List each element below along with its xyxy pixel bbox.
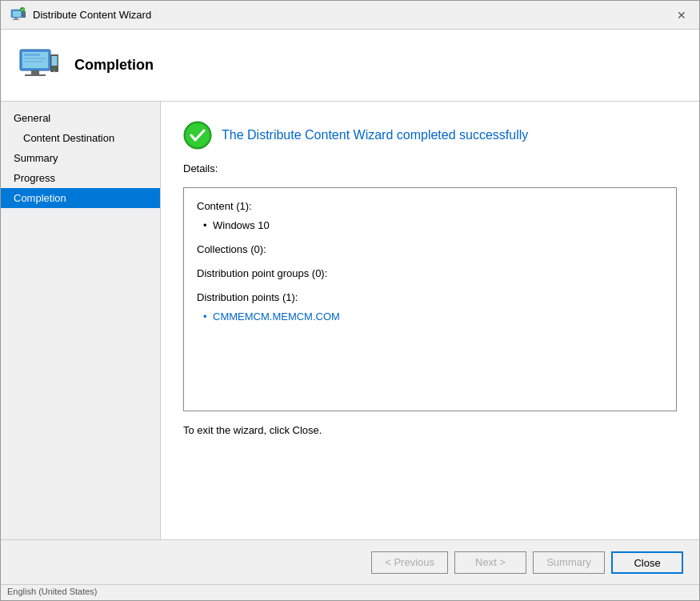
- header-title: Completion: [74, 57, 154, 74]
- sidebar-item-progress[interactable]: Progress: [1, 168, 160, 188]
- success-checkmark-icon: [183, 121, 212, 150]
- svg-rect-15: [25, 74, 46, 76]
- svg-rect-12: [24, 58, 46, 59]
- svg-point-21: [186, 123, 210, 147]
- content-item: Windows 10: [197, 217, 663, 234]
- sidebar: General Content Destination Summary Prog…: [1, 102, 161, 539]
- sidebar-item-summary[interactable]: Summary: [1, 148, 160, 168]
- details-box: Content (1): Windows 10 Collections (0):…: [183, 187, 677, 411]
- main-content: The Distribute Content Wizard completed …: [161, 102, 699, 539]
- header-section: Completion: [1, 30, 699, 102]
- svg-rect-3: [13, 19, 19, 20]
- exit-hint: To exit the wizard, click Close.: [183, 424, 677, 436]
- success-message: The Distribute Content Wizard completed …: [222, 128, 528, 142]
- svg-point-6: [23, 11, 24, 12]
- dialog: Distribute Content Wizard ✕ Completion G…: [0, 0, 700, 601]
- status-text: English (United States): [7, 587, 98, 596]
- wizard-icon: [10, 7, 26, 23]
- collections-section-title: Collections (0):: [197, 241, 663, 258]
- content-section-title: Content (1):: [197, 198, 663, 215]
- svg-point-8: [20, 7, 25, 12]
- previous-button[interactable]: < Previous: [371, 551, 448, 574]
- sidebar-item-content-destination[interactable]: Content Destination: [1, 128, 160, 148]
- distribution-points-section-title: Distribution points (1):: [197, 289, 663, 307]
- dialog-title: Distribute Content Wizard: [33, 9, 151, 21]
- summary-button[interactable]: Summary: [533, 551, 605, 574]
- svg-rect-14: [31, 70, 39, 74]
- footer: < Previous Next > Summary Close: [1, 539, 699, 584]
- sidebar-item-general[interactable]: General: [1, 108, 160, 128]
- status-bar: English (United States): [1, 584, 699, 600]
- title-bar-left: Distribute Content Wizard: [10, 7, 151, 23]
- header-computer-icon: [17, 43, 62, 88]
- details-label: Details:: [183, 162, 677, 174]
- svg-point-18: [54, 68, 55, 70]
- svg-point-19: [54, 70, 55, 72]
- content-area: General Content Destination Summary Prog…: [1, 102, 699, 539]
- svg-point-7: [23, 15, 24, 16]
- close-wizard-button[interactable]: Close: [611, 551, 683, 574]
- svg-point-5: [23, 14, 25, 15]
- close-button[interactable]: ✕: [674, 7, 690, 23]
- sidebar-item-completion[interactable]: Completion: [1, 188, 160, 208]
- svg-rect-2: [14, 18, 18, 19]
- next-button[interactable]: Next >: [454, 551, 526, 574]
- svg-rect-17: [52, 56, 58, 66]
- svg-rect-11: [24, 54, 40, 56]
- success-banner: The Distribute Content Wizard completed …: [183, 121, 677, 150]
- svg-rect-13: [24, 61, 43, 62]
- distribution-point-item: CMMEMCM.MEMCM.COM: [197, 308, 663, 326]
- title-bar: Distribute Content Wizard ✕: [1, 1, 699, 30]
- distribution-groups-section-title: Distribution point groups (0):: [197, 265, 663, 282]
- svg-rect-1: [13, 11, 21, 17]
